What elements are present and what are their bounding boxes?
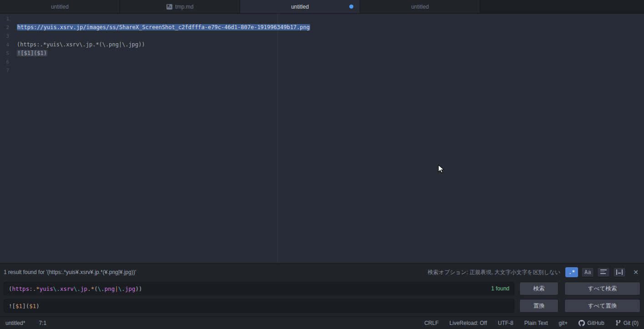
editor-line: 1 [0,15,644,23]
mouse-cursor [438,164,446,174]
line-ending-indicator[interactable]: CRLF [424,320,438,326]
find-result-status: 1 result found for '(https:.*yuis¥.xsrv¥… [4,269,428,275]
git-plus-indicator[interactable]: git+ [559,320,568,326]
whole-word-icon [616,269,623,275]
tab-tmp-md[interactable]: M↓ tmp.md [120,0,240,13]
whole-word-toggle-button[interactable] [613,267,626,277]
replace-row: ![$1]($1) 置換 すべて置換 [4,299,640,313]
editor-line: 2 https://yuis.xsrv.jp/images/ss/ShareX_… [0,23,644,32]
find-button[interactable]: 検索 [519,282,558,295]
line-number: 1 [0,15,9,23]
replace-button[interactable]: 置換 [519,299,558,313]
livereload-indicator[interactable]: LiveReload: Off [449,320,487,326]
editor-line: 7 [0,66,644,75]
wrap-guide [277,14,278,263]
github-octocat-icon [579,320,585,326]
tab-untitled-2-active[interactable]: untitled [240,0,360,13]
tab-untitled-1[interactable]: untitled [0,0,120,13]
status-file-name: untitled* [5,320,25,326]
in-selection-toggle-button[interactable] [597,267,610,277]
editor-line: 5 ![$1]($1) [0,49,644,58]
found-count-badge: 1 found [491,285,509,292]
close-find-panel-icon[interactable]: ✕ [633,269,639,276]
line-number: 3 [0,32,9,40]
editor-line: 3 [0,32,644,40]
replace-input[interactable]: ![$1]($1) [4,299,514,313]
tab-label: untitled [291,4,309,10]
status-bar-right: CRLF LiveReload: Off UTF-8 Plain Text gi… [424,320,639,326]
find-input[interactable]: (https:.*yuis\.xsrv\.jp.*(\.png|\.jpg))1… [4,282,514,295]
find-panel-header: 1 result found for '(https:.*yuis¥.xsrv¥… [4,266,640,278]
text-editor[interactable]: 1 2 https://yuis.xsrv.jp/images/ss/Share… [0,14,644,263]
encoding-indicator[interactable]: UTF-8 [498,320,513,326]
grammar-indicator[interactable]: Plain Text [524,320,548,326]
replace-all-button[interactable]: すべて置換 [564,299,640,313]
find-replace-panel: 1 result found for '(https:.*yuis¥.xsrv¥… [0,263,644,316]
editor-line: 4 (https:.*yuis\.xsrv\.jp.*(\.png|\.jpg)… [0,40,644,49]
find-row: (https:.*yuis\.xsrv\.jp.*(\.png|\.jpg))1… [4,282,640,295]
git-branch-button[interactable]: Git (0) [615,320,639,326]
tab-untitled-3[interactable]: untitled [360,0,480,13]
in-selection-icon [600,269,607,275]
tab-label: tmp.md [175,4,193,10]
line-number: 5 [0,49,9,58]
cursor-position[interactable]: 7:1 [39,320,46,326]
tab-label: untitled [51,4,69,10]
search-result-highlight: https://yuis.xsrv.jp/images/ss/ShareX_Sc… [17,24,310,30]
case-sensitive-toggle-button[interactable]: Aa [581,267,594,277]
markdown-icon: M↓ [166,4,173,10]
git-branch-icon [615,320,621,326]
modified-indicator-icon [349,5,353,9]
github-button[interactable]: GitHub [579,320,604,326]
editor-line: 6 [0,58,644,66]
line-number: 4 [0,40,9,49]
find-options-label: 検索オプション: 正規表現, 大文字小文字を区別しない [428,269,560,276]
regex-toggle-button[interactable]: .* [565,267,578,277]
find-all-button[interactable]: すべて検索 [564,282,640,295]
editor-window: untitled M↓ tmp.md untitled untitled 1 2… [0,0,644,329]
selection-highlight: ![$1]($1) [17,50,47,56]
line-number: 2 [0,23,9,32]
line-number: 6 [0,58,9,66]
line-number: 7 [0,66,9,75]
status-bar: untitled* 7:1 CRLF LiveReload: Off UTF-8… [0,316,644,329]
tab-bar: untitled M↓ tmp.md untitled untitled [0,0,644,14]
tab-label: untitled [411,4,429,10]
